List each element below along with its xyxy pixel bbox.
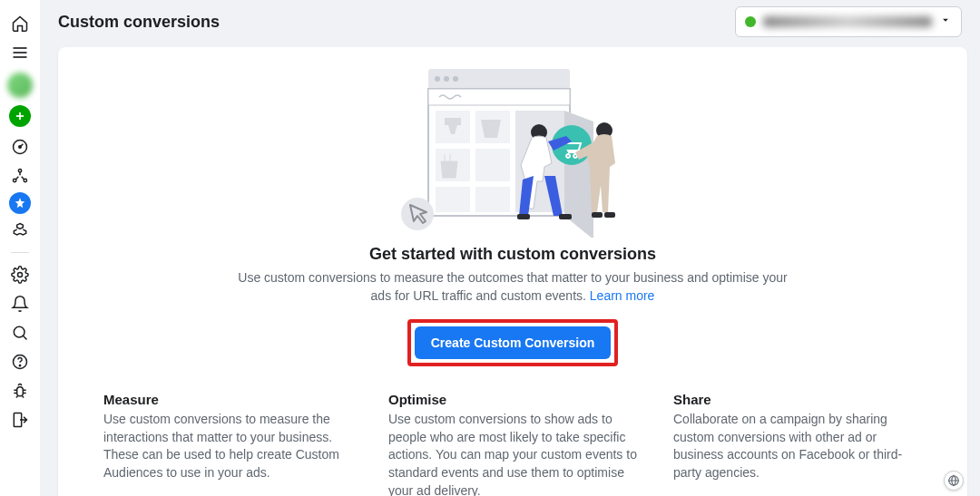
svg-point-6 bbox=[19, 146, 22, 149]
account-selector[interactable] bbox=[735, 6, 962, 37]
hero-title: Get started with custom conversions bbox=[369, 245, 656, 264]
star-icon[interactable] bbox=[9, 192, 31, 214]
hero-illustration bbox=[390, 69, 635, 238]
avatar[interactable] bbox=[7, 73, 33, 98]
home-icon[interactable] bbox=[7, 11, 33, 36]
column-share: Share Collaborate on a campaign by shari… bbox=[673, 392, 922, 496]
cta-highlight: Create Custom Conversion bbox=[407, 319, 618, 366]
svg-point-7 bbox=[18, 170, 21, 172]
svg-rect-27 bbox=[436, 187, 470, 212]
svg-point-11 bbox=[14, 326, 24, 337]
svg-line-12 bbox=[23, 336, 26, 339]
left-nav-rail bbox=[0, 0, 40, 496]
settings-icon[interactable] bbox=[7, 262, 33, 287]
main-content: Get started with custom conversions Use … bbox=[58, 47, 967, 496]
partner-icon[interactable] bbox=[7, 218, 33, 243]
svg-point-10 bbox=[18, 273, 23, 277]
events-icon[interactable] bbox=[7, 163, 33, 189]
column-title: Measure bbox=[103, 392, 352, 407]
svg-point-18 bbox=[435, 76, 440, 82]
hero-description: Use custom conversions to measure the ou… bbox=[231, 269, 794, 305]
plus-icon[interactable] bbox=[9, 105, 31, 127]
bug-icon[interactable] bbox=[7, 378, 33, 404]
svg-rect-28 bbox=[475, 187, 510, 212]
svg-point-19 bbox=[444, 76, 449, 82]
column-optimise: Optimise Use custom conversions to show … bbox=[388, 392, 637, 496]
svg-point-37 bbox=[401, 198, 434, 230]
status-dot bbox=[745, 16, 756, 27]
svg-rect-32 bbox=[517, 214, 530, 219]
column-desc: Use custom conversions to measure the in… bbox=[103, 411, 352, 481]
search-icon[interactable] bbox=[7, 320, 33, 345]
svg-rect-22 bbox=[428, 89, 570, 105]
svg-rect-33 bbox=[559, 214, 572, 219]
menu-icon[interactable] bbox=[7, 40, 33, 65]
svg-point-20 bbox=[453, 76, 458, 82]
column-title: Share bbox=[673, 392, 922, 407]
feature-columns: Measure Use custom conversions to measur… bbox=[103, 392, 922, 496]
chevron-down-icon bbox=[939, 14, 952, 30]
help-icon[interactable] bbox=[7, 349, 33, 374]
column-measure: Measure Use custom conversions to measur… bbox=[103, 392, 352, 496]
create-custom-conversion-button[interactable]: Create Custom Conversion bbox=[415, 326, 611, 359]
column-desc: Collaborate on a campaign by sharing cus… bbox=[673, 411, 922, 481]
exit-icon[interactable] bbox=[7, 407, 33, 433]
svg-point-14 bbox=[19, 365, 20, 366]
svg-rect-26 bbox=[475, 149, 510, 181]
svg-rect-36 bbox=[604, 212, 615, 218]
page-title: Custom conversions bbox=[58, 13, 220, 32]
help-bubble-icon[interactable] bbox=[944, 471, 964, 491]
svg-rect-35 bbox=[592, 212, 603, 218]
header: Custom conversions bbox=[40, 0, 980, 44]
column-desc: Use custom conversions to show ads to pe… bbox=[388, 411, 637, 496]
column-title: Optimise bbox=[388, 392, 637, 407]
account-name bbox=[763, 16, 932, 27]
svg-rect-15 bbox=[17, 387, 24, 396]
hero-desc-text: Use custom conversions to measure the ou… bbox=[238, 270, 787, 303]
learn-more-link[interactable]: Learn more bbox=[590, 288, 655, 303]
divider bbox=[11, 252, 29, 253]
bell-icon[interactable] bbox=[7, 291, 33, 316]
gauge-icon[interactable] bbox=[7, 134, 33, 160]
svg-rect-17 bbox=[428, 69, 570, 89]
